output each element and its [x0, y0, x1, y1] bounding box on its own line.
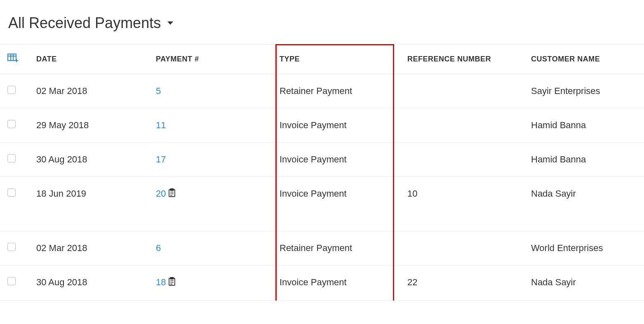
date-column-header[interactable]: DATE — [29, 45, 148, 74]
type-cell: Retainer Payment — [272, 231, 400, 265]
reference-cell — [400, 231, 524, 265]
type-cell: Invoice Payment — [272, 108, 400, 143]
reference-column-header[interactable]: REFERENCE NUMBER — [400, 45, 524, 74]
customer-cell: Sayir Enterprises — [524, 74, 644, 108]
type-cell: Retainer Payment — [272, 74, 400, 108]
type-cell: Invoice Payment — [272, 177, 400, 231]
row-checkbox[interactable] — [7, 120, 16, 128]
row-checkbox[interactable] — [7, 277, 16, 285]
date-cell: 30 Aug 2018 — [29, 265, 148, 301]
payment-column-header[interactable]: PAYMENT # — [148, 45, 272, 74]
row-checkbox[interactable] — [7, 154, 16, 162]
customer-cell: Nada Sayir — [524, 177, 644, 231]
payment-number-link[interactable]: 17 — [156, 154, 166, 164]
payment-cell: 18 — [148, 265, 272, 301]
payment-cell: 6 — [148, 231, 272, 265]
table-row[interactable]: 02 Mar 20185Retainer PaymentSayir Enterp… — [0, 74, 644, 108]
type-cell: Invoice Payment — [272, 143, 400, 177]
table-row[interactable]: 30 Aug 201817Invoice PaymentHamid Banna — [0, 143, 644, 177]
reference-cell — [400, 108, 524, 143]
reference-cell — [400, 74, 524, 108]
type-column-header[interactable]: TYPE — [272, 45, 400, 74]
payment-cell: 11 — [148, 108, 272, 143]
payment-number-link[interactable]: 6 — [156, 243, 161, 253]
customer-cell: Hamid Banna — [524, 108, 644, 143]
payment-number-link[interactable]: 11 — [156, 120, 166, 130]
reference-cell: 10 — [400, 177, 524, 231]
payment-number-link[interactable]: 18 — [156, 277, 166, 287]
date-cell: 02 Mar 2018 — [29, 231, 148, 265]
column-settings-header[interactable] — [0, 45, 29, 74]
date-cell: 18 Jun 2019 — [29, 177, 148, 231]
date-cell: 30 Aug 2018 — [29, 143, 148, 177]
customer-cell: Hamid Banna — [524, 143, 644, 177]
payment-cell: 17 — [148, 143, 272, 177]
column-settings-icon — [7, 54, 18, 65]
payments-table-container: DATE PAYMENT # TYPE REFERENCE NUMBER CUS… — [0, 44, 644, 301]
page-title-dropdown[interactable]: All Received Payments — [8, 14, 173, 32]
customer-cell: World Enterprises — [524, 231, 644, 265]
table-row[interactable]: 18 Jun 201920Invoice Payment10Nada Sayir — [0, 177, 644, 231]
customer-cell: Nada Sayir — [524, 265, 644, 301]
table-row[interactable]: 02 Mar 20186Retainer PaymentWorld Enterp… — [0, 231, 644, 265]
date-cell: 29 May 2018 — [29, 108, 148, 143]
clipboard-icon — [168, 188, 176, 200]
row-checkbox[interactable] — [7, 188, 16, 197]
table-row[interactable]: 30 Aug 201818Invoice Payment22Nada Sayir — [0, 265, 644, 301]
type-cell: Invoice Payment — [272, 265, 400, 301]
table-header-row: DATE PAYMENT # TYPE REFERENCE NUMBER CUS… — [0, 45, 644, 74]
payment-cell: 5 — [148, 74, 272, 108]
reference-cell — [400, 143, 524, 177]
table-row[interactable]: 29 May 201811Invoice PaymentHamid Banna — [0, 108, 644, 143]
row-checkbox[interactable] — [7, 86, 16, 94]
payment-cell: 20 — [148, 177, 272, 231]
payment-number-link[interactable]: 20 — [156, 188, 166, 199]
chevron-down-icon — [167, 21, 173, 25]
page-title-text: All Received Payments — [8, 14, 161, 32]
date-cell: 02 Mar 2018 — [29, 74, 148, 108]
clipboard-icon — [168, 277, 176, 289]
payment-number-link[interactable]: 5 — [156, 86, 161, 96]
reference-cell: 22 — [400, 265, 524, 301]
row-checkbox[interactable] — [7, 243, 16, 251]
customer-column-header[interactable]: CUSTOMER NAME — [524, 45, 644, 74]
payments-table: DATE PAYMENT # TYPE REFERENCE NUMBER CUS… — [0, 44, 644, 301]
svg-rect-0 — [8, 54, 16, 61]
